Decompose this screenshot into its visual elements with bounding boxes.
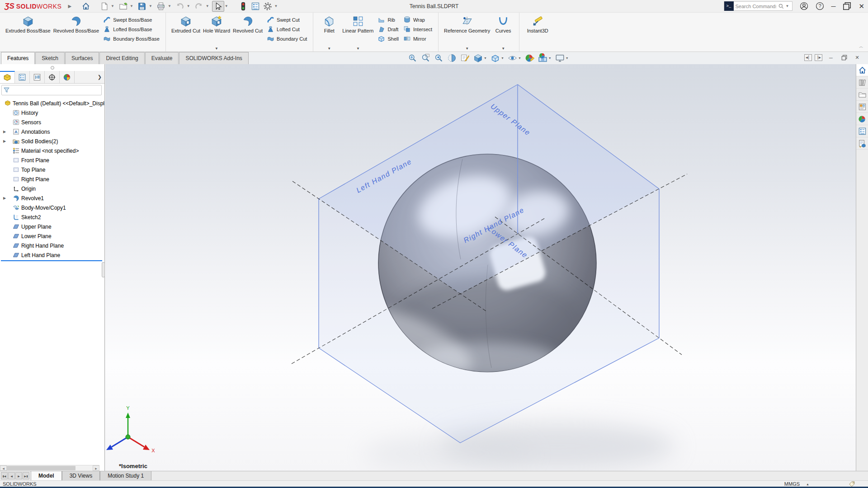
previous-view-button[interactable]	[433, 53, 444, 63]
edit-appearance-button[interactable]	[524, 53, 535, 63]
scroll-left-button[interactable]: ◀	[0, 465, 7, 471]
extruded-cut-button[interactable]: Extruded Cut	[170, 13, 202, 52]
select-dropdown-caret-icon[interactable]: ▼	[225, 4, 228, 8]
tab-model[interactable]: Model	[31, 471, 62, 480]
draft-button[interactable]: Draft	[377, 24, 398, 34]
collapse-pane-left-button[interactable]: ◄▏	[804, 54, 812, 61]
view-settings-button[interactable]: ▼	[554, 53, 570, 63]
solidworks-forum-button[interactable]	[856, 137, 868, 150]
revolved-boss-base-button[interactable]: Revolved Boss/Base	[52, 13, 101, 52]
lofted-cut-button[interactable]: Lofted Cut	[267, 24, 307, 34]
tree-item-lower-plane[interactable]: Lower Plane	[0, 231, 104, 241]
tab-configurationmanager[interactable]	[30, 71, 45, 83]
login-button[interactable]	[800, 2, 808, 10]
new-dropdown-caret-icon[interactable]: ▼	[111, 4, 114, 8]
home-button[interactable]	[80, 1, 92, 12]
swept-boss-base-button[interactable]: Swept Boss/Base	[103, 15, 160, 24]
search-input[interactable]	[734, 4, 778, 9]
rebuild-button[interactable]	[237, 1, 250, 12]
tree-item-upper-plane[interactable]: Upper Plane	[0, 222, 104, 231]
last-tab-button[interactable]: ▶▮	[23, 472, 29, 479]
redo-button[interactable]	[193, 1, 205, 12]
extruded-boss-base-button[interactable]: Extruded Boss/Base	[4, 13, 52, 52]
save-dropdown-caret-icon[interactable]: ▼	[149, 4, 152, 8]
hide-show-items-button[interactable]: ▼	[507, 53, 522, 63]
unit-system-selector[interactable]: MMGS ▲	[784, 481, 809, 487]
linear-pattern-caret-icon[interactable]: ▼	[356, 47, 360, 51]
mirror-button[interactable]: Mirror	[403, 34, 432, 43]
tree-item-sensors[interactable]: Sensors	[0, 117, 104, 127]
tree-item-right-hand-plane[interactable]: Right Hand Plane	[0, 241, 104, 250]
collapse-ribbon-icon[interactable]: ︿	[859, 43, 863, 50]
restore-window-button[interactable]	[843, 2, 851, 10]
tab-features[interactable]: Features	[1, 52, 35, 64]
hole-wizard-button[interactable]: Hole Wizard ▼	[202, 13, 231, 52]
panel-collapse-handle[interactable]	[51, 66, 54, 70]
minimize-window-button[interactable]: ─	[831, 3, 836, 10]
open-dropdown-caret-icon[interactable]: ▼	[130, 4, 133, 8]
tab-motion-study-1[interactable]: Motion Study 1	[100, 471, 151, 480]
tab-surfaces[interactable]: Surfaces	[65, 52, 99, 64]
tab-propertymanager[interactable]	[15, 71, 30, 83]
minimize-document-button[interactable]: ─	[826, 54, 835, 61]
tree-item-revolve1[interactable]: ▶Revolve1	[0, 193, 104, 203]
search-dropdown-caret-icon[interactable]: ▼	[786, 4, 789, 8]
search-icon[interactable]	[778, 3, 784, 9]
wrap-button[interactable]: Wrap	[403, 15, 432, 24]
tree-item-left-hand-plane[interactable]: Left Hand Plane	[0, 250, 104, 260]
file-properties-button[interactable]	[250, 1, 262, 12]
tab-solidworks-add-ins[interactable]: SOLIDWORKS Add-Ins	[179, 52, 248, 64]
instant3d-button[interactable]: Instant3D	[524, 13, 552, 52]
appearances-scenes-button[interactable]	[856, 113, 868, 125]
tree-item-top-plane[interactable]: Top Plane	[0, 165, 104, 174]
help-button[interactable]	[816, 2, 824, 10]
file-explorer-button[interactable]	[856, 89, 868, 101]
display-style-button[interactable]: ▼	[490, 53, 505, 63]
select-tool-button[interactable]	[212, 1, 224, 12]
undo-dropdown-caret-icon[interactable]: ▼	[187, 4, 190, 8]
collapse-pane-right-button[interactable]: ▕►	[815, 54, 822, 61]
section-view-button[interactable]	[446, 53, 458, 63]
close-window-button[interactable]: ✕	[859, 2, 864, 10]
tab-sketch[interactable]: Sketch	[35, 52, 65, 64]
undo-button[interactable]	[174, 1, 186, 12]
tree-filter-box[interactable]	[1, 85, 102, 95]
view-palette-button[interactable]	[856, 101, 868, 113]
custom-properties-button[interactable]	[856, 125, 868, 137]
rib-button[interactable]: Rib	[377, 15, 398, 24]
tree-item-history[interactable]: History	[0, 108, 104, 117]
search-commands-box[interactable]: >_ ▼	[724, 1, 793, 11]
tab-3d-views[interactable]: 3D Views	[62, 471, 100, 480]
tab-evaluate[interactable]: Evaluate	[145, 52, 179, 64]
print-button[interactable]	[155, 1, 167, 12]
fillet-caret-icon[interactable]: ▼	[327, 47, 331, 51]
options-dropdown-caret-icon[interactable]: ▼	[274, 4, 278, 8]
tree-horizontal-scrollbar[interactable]: ◀ ▶	[0, 465, 99, 471]
expand-arrow-icon[interactable]: ▶	[3, 130, 6, 134]
save-button[interactable]	[136, 1, 148, 12]
shell-button[interactable]: Shell	[377, 34, 398, 43]
menu-flyout-arrow-icon[interactable]: ▶	[68, 4, 71, 9]
intersect-button[interactable]: Intersect	[403, 24, 432, 34]
reference-planes[interactable]	[292, 84, 687, 443]
open-button[interactable]	[117, 1, 129, 12]
tree-item-sketch2[interactable]: Sketch2	[0, 212, 104, 222]
more-tabs-chevron-icon[interactable]: ❯	[75, 71, 104, 83]
tab-featuremanager-tree[interactable]	[0, 71, 15, 83]
restore-document-button[interactable]	[840, 54, 849, 61]
previous-tab-button[interactable]: ◀	[8, 472, 15, 479]
reference-geometry-button[interactable]: Reference Geometry ▼	[443, 13, 491, 52]
fillet-button[interactable]: Fillet ▼	[317, 13, 341, 52]
curves-caret-icon[interactable]: ▼	[501, 47, 505, 51]
expand-arrow-icon[interactable]: ▶	[3, 196, 6, 200]
tree-item-solid-bodies[interactable]: ▶Solid Bodies(2)	[0, 136, 104, 146]
print-dropdown-caret-icon[interactable]: ▼	[168, 4, 171, 8]
hole-wizard-caret-icon[interactable]: ▼	[215, 47, 218, 51]
scrollbar-thumb[interactable]	[7, 466, 75, 470]
boundary-boss-base-button[interactable]: Boundary Boss/Base	[103, 34, 160, 43]
redo-dropdown-caret-icon[interactable]: ▼	[206, 4, 209, 8]
expand-arrow-icon[interactable]: ▶	[3, 139, 6, 143]
tree-item-origin[interactable]: Origin	[0, 184, 104, 193]
tree-item-body-move-copy1[interactable]: Body-Move/Copy1	[0, 203, 104, 212]
lofted-boss-base-button[interactable]: Lofted Boss/Base	[103, 24, 160, 34]
